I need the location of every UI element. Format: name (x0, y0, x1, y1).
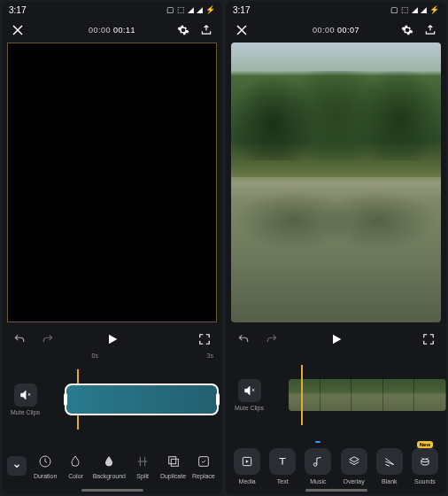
drop-filled-icon (101, 453, 117, 469)
clip-thumbnail (351, 379, 383, 411)
tool-split[interactable]: Split (129, 453, 156, 479)
tool-sounds[interactable]: New Sounds (409, 448, 441, 484)
signal-icon: ◢ (197, 5, 203, 14)
signal-icon: ◢ (421, 5, 427, 14)
blank-icon (376, 448, 403, 475)
export-button[interactable] (197, 21, 215, 39)
image-icon: ▢ (390, 5, 398, 14)
playback-controls (226, 326, 446, 353)
svg-rect-1 (168, 456, 175, 463)
clip-thumbnail (289, 379, 321, 411)
preview-canvas[interactable] (7, 43, 217, 322)
signal-icon: ◢ (188, 5, 194, 14)
time-display: 00:00 00:11 (89, 26, 135, 35)
mute-clips-button[interactable] (238, 379, 261, 402)
svg-rect-2 (171, 459, 178, 466)
editor-top-bar: 00:00 00:07 (226, 18, 446, 43)
mute-label: Mute Clips (235, 405, 264, 411)
preview-canvas[interactable] (231, 43, 441, 322)
clip-thumbnail (383, 379, 415, 411)
home-indicator (305, 489, 367, 492)
badge (315, 441, 321, 443)
clip-thumbnail (321, 379, 352, 411)
duplicate-icon (166, 453, 182, 469)
timeline[interactable]: Mute Clips (2, 375, 222, 424)
ruler-end: 3s (207, 353, 213, 359)
tool-color[interactable]: Color (62, 453, 89, 479)
tool-overlay[interactable]: Overlay (338, 448, 370, 484)
battery-icon: ⚡ (205, 5, 215, 14)
redo-button[interactable] (263, 330, 281, 348)
clock: 3:17 (233, 5, 250, 15)
media-icon (234, 448, 260, 475)
tool-music[interactable]: Music (302, 448, 334, 484)
music-icon (305, 448, 331, 475)
split-icon (135, 453, 151, 469)
status-icons: ▢ ⬚ ◢ ◢ ⚡ (166, 5, 215, 14)
settings-button[interactable] (174, 21, 192, 39)
tool-text[interactable]: Text (266, 448, 298, 484)
image-icon: ▢ (166, 5, 174, 14)
playhead[interactable] (301, 365, 303, 425)
text-icon (269, 448, 296, 475)
elapsed-time: 00:00 (89, 26, 111, 35)
total-time: 00:07 (337, 26, 359, 35)
mute-clips-button[interactable] (14, 384, 37, 407)
replace-icon (196, 453, 212, 469)
redo-button[interactable] (39, 330, 57, 348)
signal-icon: ◢ (412, 5, 418, 14)
settings-button[interactable] (398, 21, 416, 39)
fullscreen-button[interactable] (420, 330, 437, 348)
fullscreen-button[interactable] (196, 330, 213, 348)
blank-clip[interactable] (65, 384, 219, 415)
collapse-button[interactable] (7, 456, 27, 476)
clip-toolbar: Duration Color Background Split Duplicat… (2, 438, 222, 494)
battery-icon: ⚡ (429, 5, 439, 14)
layers-icon (341, 448, 367, 475)
playback-controls (2, 326, 222, 353)
status-bar: 3:17 ▢ ⬚ ◢ ◢ ⚡ (2, 2, 222, 18)
video-frame (231, 43, 441, 322)
elapsed-time: 00:00 (313, 26, 335, 35)
tool-media[interactable]: Media (231, 448, 263, 484)
undo-button[interactable] (11, 330, 28, 348)
drum-icon (412, 448, 438, 475)
tool-replace[interactable]: Replace (190, 453, 217, 479)
vr-icon: ⬚ (401, 5, 409, 14)
time-display: 00:00 00:07 (313, 26, 359, 35)
clock-icon (37, 453, 53, 469)
timeline[interactable]: Mute Clips (226, 370, 446, 420)
right-screen: 3:17 ▢ ⬚ ◢ ◢ ⚡ 00:00 00:07 (226, 2, 446, 494)
mute-label: Mute Clips (11, 409, 40, 415)
status-icons: ▢ ⬚ ◢ ◢ ⚡ (390, 5, 439, 14)
time-ruler: 0s 3s (11, 353, 213, 361)
home-indicator (81, 489, 143, 492)
status-bar: 3:17 ▢ ⬚ ◢ ◢ ⚡ (226, 2, 446, 18)
editor-top-bar: 00:00 00:11 (2, 18, 222, 43)
tool-background[interactable]: Background (93, 453, 126, 479)
play-button[interactable] (104, 330, 121, 348)
drop-icon (67, 453, 83, 469)
vr-icon: ⬚ (177, 5, 185, 14)
svg-point-5 (421, 459, 429, 462)
total-time: 00:11 (113, 26, 135, 35)
play-button[interactable] (328, 330, 345, 348)
clip-thumbnail (414, 379, 446, 411)
tool-blank[interactable]: Blank (374, 448, 406, 484)
close-button[interactable] (9, 21, 27, 39)
main-toolbar: Media Text Music Overlay Blank New Sound… (226, 438, 446, 494)
undo-button[interactable] (235, 330, 252, 348)
left-screen: 3:17 ▢ ⬚ ◢ ◢ ⚡ 00:00 00:11 (2, 2, 222, 494)
tool-duration[interactable]: Duration (32, 453, 58, 479)
new-badge: New (417, 441, 433, 448)
video-clip[interactable] (289, 379, 446, 411)
tool-duplicate[interactable]: Duplicate (159, 453, 186, 479)
export-button[interactable] (421, 21, 439, 39)
ruler-start: 0s (92, 353, 98, 359)
close-button[interactable] (233, 21, 251, 39)
clock: 3:17 (9, 5, 26, 15)
